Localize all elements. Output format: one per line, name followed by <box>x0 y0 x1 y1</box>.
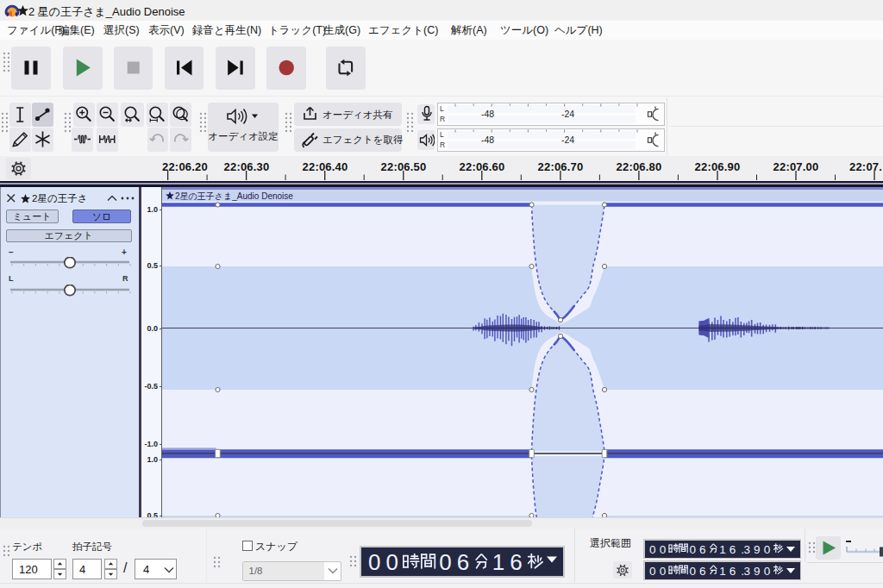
svg-text:1: 1 <box>719 543 726 556</box>
svg-text:3: 3 <box>743 543 750 556</box>
svg-text:0: 0 <box>764 565 771 578</box>
svg-text:0: 0 <box>660 565 667 578</box>
svg-text:1: 1 <box>719 565 726 578</box>
svg-text:3: 3 <box>743 565 750 578</box>
svg-text:0: 0 <box>386 549 398 575</box>
svg-text:0: 0 <box>368 549 380 575</box>
svg-text:0: 0 <box>689 565 696 578</box>
svg-text:0: 0 <box>439 549 451 575</box>
svg-text:0: 0 <box>649 543 656 556</box>
svg-text:0: 0 <box>689 543 696 556</box>
svg-text:9: 9 <box>754 543 761 556</box>
svg-text:6: 6 <box>699 565 706 578</box>
svg-text:6: 6 <box>510 549 522 575</box>
svg-text:0: 0 <box>660 543 667 556</box>
svg-text:6: 6 <box>730 565 736 578</box>
svg-text:9: 9 <box>754 565 761 578</box>
svg-text:0: 0 <box>764 543 771 556</box>
svg-text:6: 6 <box>457 549 469 575</box>
svg-text:0: 0 <box>649 565 656 578</box>
svg-text:6: 6 <box>730 543 736 556</box>
svg-text:6: 6 <box>699 543 706 556</box>
svg-text:1: 1 <box>492 549 504 575</box>
